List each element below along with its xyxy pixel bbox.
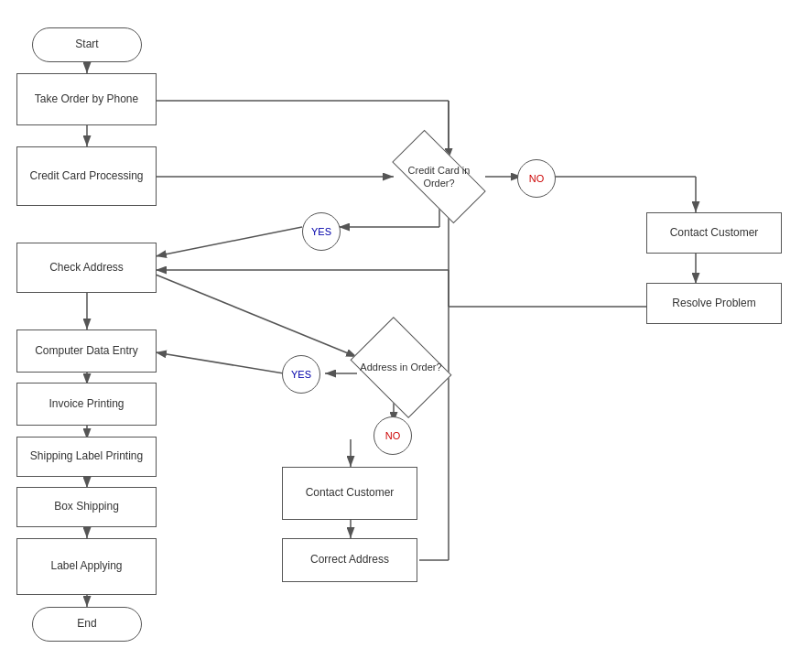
invoice-printing-shape: Invoice Printing	[16, 383, 157, 426]
svg-line-29	[156, 275, 357, 357]
end-label: End	[77, 617, 96, 632]
start-label: Start	[75, 38, 98, 52]
contact-customer-right-shape: Contact Customer	[646, 212, 782, 254]
svg-line-14	[156, 227, 302, 256]
yes-label-1: YES	[311, 225, 331, 238]
shipping-label-printing-shape: Shipping Label Printing	[16, 437, 157, 477]
take-order-shape: Take Order by Phone	[16, 73, 157, 125]
computer-data-entry-shape: Computer Data Entry	[16, 330, 157, 373]
no-label-2: NO	[385, 429, 401, 442]
correct-address-shape: Correct Address	[282, 538, 417, 582]
check-address-label: Check Address	[49, 261, 124, 275]
resolve-problem-shape: Resolve Problem	[646, 283, 782, 324]
contact-customer-mid-label: Contact Customer	[306, 486, 395, 501]
contact-customer-mid-shape: Contact Customer	[282, 467, 417, 520]
invoice-printing-label: Invoice Printing	[49, 397, 124, 412]
credit-card-diamond-shape	[392, 130, 486, 224]
label-applying-shape: Label Applying	[16, 538, 157, 595]
no-circle-1-shape: NO	[517, 159, 556, 198]
box-shipping-label: Box Shipping	[54, 500, 119, 514]
credit-card-processing-label: Credit Card Processing	[29, 169, 143, 184]
no-label-1: NO	[529, 172, 545, 185]
contact-customer-right-label: Contact Customer	[670, 226, 759, 241]
no-circle-2-shape: NO	[374, 416, 412, 455]
svg-line-22	[156, 352, 284, 373]
yes-label-2: YES	[291, 368, 311, 381]
start-shape: Start	[32, 27, 142, 62]
label-applying-label: Label Applying	[50, 559, 122, 574]
yes-circle-2-shape: YES	[282, 355, 320, 394]
address-diamond-label: Address in Order?	[360, 337, 442, 398]
flowchart: Start Take Order by Phone Credit Card Pr…	[0, 0, 812, 659]
correct-address-label: Correct Address	[310, 553, 389, 567]
shipping-label-printing-label: Shipping Label Printing	[30, 449, 143, 464]
yes-circle-1-shape: YES	[302, 212, 341, 251]
computer-data-entry-label: Computer Data Entry	[35, 344, 138, 359]
resolve-problem-label: Resolve Problem	[672, 297, 755, 311]
box-shipping-shape: Box Shipping	[16, 487, 157, 527]
credit-card-processing-shape: Credit Card Processing	[16, 146, 157, 206]
check-address-shape: Check Address	[16, 243, 157, 293]
end-shape: End	[32, 607, 142, 642]
take-order-label: Take Order by Phone	[35, 92, 138, 107]
